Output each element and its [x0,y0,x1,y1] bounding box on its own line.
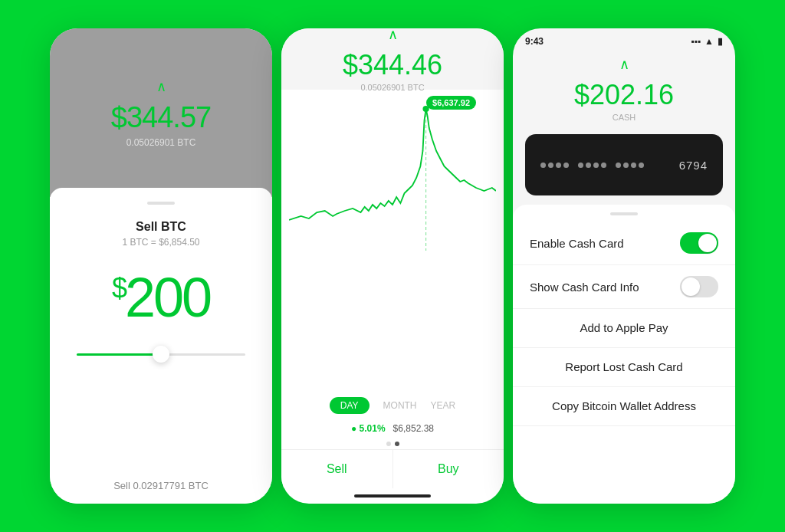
dot [548,163,553,168]
enable-cash-card-row[interactable]: Enable Cash Card [513,222,735,265]
battery-icon: ▮ [718,36,723,47]
dot [623,163,629,168]
slider-thumb[interactable] [153,346,169,363]
report-lost-label: Report Lost Cash Card [565,360,682,373]
chart-page-dots [281,438,504,449]
report-lost-row[interactable]: Report Lost Cash Card [513,348,735,387]
card-last-four: 6794 [679,159,708,172]
phone3-header: ∧ $202.16 CASH [513,50,735,134]
sheet-handle [610,212,638,215]
dot [586,163,591,168]
btc-amount-sub: 0.05026901 BTC [126,137,196,148]
enable-cash-card-toggle[interactable] [680,232,718,254]
add-to-apple-pay-row[interactable]: Add to Apple Pay [513,309,735,348]
chart-tooltip: $6,637.92 [426,96,476,110]
tab-day[interactable]: DAY [330,397,370,414]
show-cash-card-info-label: Show Cash Card Info [530,281,639,294]
btc-value: $344.46 [343,49,442,81]
sell-amount: $200 [112,266,210,329]
sell-rate: 1 BTC = $6,854.50 [122,237,199,248]
buy-button[interactable]: Buy [393,450,504,488]
chart-tabs: DAY MONTH YEAR [281,391,504,420]
cash-sub: CASH [613,113,636,122]
sell-button[interactable]: Sell [281,450,393,488]
phone-sell-btc: ∧ $344.57 0.05026901 BTC Sell BTC 1 BTC … [50,28,272,504]
sell-panel: Sell BTC 1 BTC = $6,854.50 $200 Sell 0.0… [50,188,272,504]
chart-dot-1 [386,442,391,446]
show-cash-card-toggle[interactable] [680,276,718,297]
chevron-up-icon2: ∧ [388,28,398,43]
phone-cash-card: 9:43 ▪▪▪ ▲ ▮ ∧ $202.16 CASH [513,28,735,504]
dot [601,163,606,168]
sell-title: Sell BTC [136,220,186,234]
sell-btc-label: Sell 0.02917791 BTC [113,480,209,491]
dot [578,163,583,168]
dot [563,163,569,168]
home-bar [281,488,504,504]
phone2-header: ∧ $344.46 0.05026901 BTC [281,28,504,90]
tab-year[interactable]: YEAR [431,400,456,411]
chevron-up-icon: ∧ [156,78,166,95]
wifi-icon: ▲ [705,36,714,47]
card-number-dots [540,163,644,168]
toggle-thumb2 [682,277,700,296]
chart-val: $6,852.38 [393,423,434,434]
status-icons: ▪▪▪ ▲ ▮ [691,36,723,47]
dot-group-2 [578,163,606,168]
add-to-apple-pay-label: Add to Apple Pay [580,321,668,334]
dot-group-1 [540,163,569,168]
dot [631,163,636,168]
status-bar: 9:43 ▪▪▪ ▲ ▮ [513,28,735,50]
dot [540,163,546,168]
show-cash-card-info-row[interactable]: Show Cash Card Info [513,265,735,309]
cash-amount: $202.16 [574,79,674,111]
home-bar-line [354,494,431,498]
tab-month[interactable]: MONTH [383,400,417,411]
slider-fill [77,353,161,356]
chart-stat: ● 5.01% $6,852.38 [281,420,504,438]
amount-slider[interactable] [77,353,245,356]
dot-group-3 [616,163,644,168]
cash-card: 6794 [525,134,723,195]
action-sheet: Enable Cash Card Show Cash Card Info Add… [513,205,735,504]
drag-handle [147,202,175,205]
enable-cash-card-label: Enable Cash Card [530,237,624,250]
toggle-thumb [698,234,717,252]
signal-icon: ▪▪▪ [691,36,701,47]
chart-actions: Sell Buy [281,449,504,488]
status-time: 9:43 [525,36,544,47]
dot [556,163,561,168]
dot [616,163,621,168]
btc-price: $344.57 [111,101,211,134]
copy-bitcoin-label: Copy Bitcoin Wallet Address [552,399,696,412]
chart-area: $6,637.92 DAY MONTH YEAR [281,90,504,504]
dot [639,163,644,168]
chart-svg [281,97,504,391]
dot [593,163,599,168]
chevron-up-icon3: ∧ [619,56,629,73]
chart-pct: ● 5.01% [351,423,386,434]
phone1-header: ∧ $344.57 0.05026901 BTC [50,28,272,197]
phone-btc-chart: ∧ $344.46 0.05026901 BTC $6,637.92 [281,28,504,504]
chart-dot-2 [395,442,399,446]
copy-bitcoin-row[interactable]: Copy Bitcoin Wallet Address [513,387,735,426]
